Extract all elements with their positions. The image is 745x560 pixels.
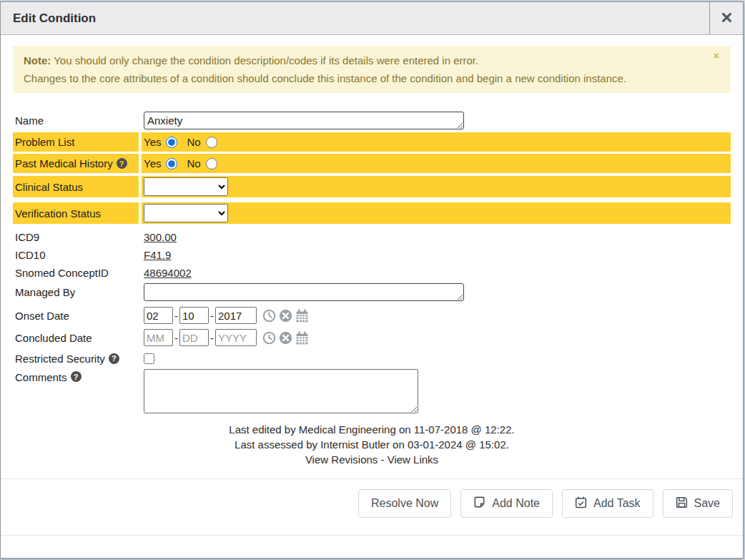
onset-date-row: Onset Date - - bbox=[13, 305, 731, 325]
onset-month-input[interactable] bbox=[144, 307, 173, 324]
icd9-label: ICD9 bbox=[13, 228, 139, 245]
dialog-footer bbox=[1, 536, 743, 558]
concluded-date-label: Concluded Date bbox=[13, 328, 139, 348]
dialog-title: Edit Condition bbox=[1, 2, 709, 34]
pmh-yes-option[interactable]: Yes bbox=[144, 157, 177, 170]
name-row: Name Anxiety bbox=[13, 110, 731, 130]
pmh-no-radio[interactable] bbox=[206, 158, 217, 170]
add-note-button[interactable]: Add Note bbox=[460, 489, 553, 518]
save-button[interactable]: Save bbox=[663, 489, 733, 518]
comments-label: Comments bbox=[15, 371, 67, 383]
clinical-status-row: Clinical Status bbox=[13, 176, 731, 197]
condition-form: Name Anxiety Problem List Yes No bbox=[13, 110, 731, 415]
concluded-year-input[interactable] bbox=[215, 329, 257, 346]
restricted-security-label: Restricted Security bbox=[15, 353, 105, 365]
managed-by-label: Managed By bbox=[13, 282, 139, 302]
onset-day-input[interactable] bbox=[179, 307, 209, 324]
clinical-status-label: Clinical Status bbox=[13, 176, 139, 197]
icd9-link[interactable]: 300.00 bbox=[144, 231, 177, 243]
restricted-security-checkbox[interactable] bbox=[144, 353, 154, 364]
icd9-row: ICD9 300.00 bbox=[13, 228, 731, 245]
comments-row: Comments ? bbox=[13, 369, 731, 415]
snomed-row: Snomed ConceptID 48694002 bbox=[13, 264, 731, 281]
past-medical-history-label: Past Medical History bbox=[15, 157, 113, 170]
managed-by-row: Managed By bbox=[13, 282, 731, 302]
restricted-security-row: Restricted Security ? bbox=[13, 350, 731, 367]
note-banner: Note: You should only change the conditi… bbox=[13, 46, 731, 93]
dialog-body: Note: You should only change the conditi… bbox=[1, 35, 743, 558]
note-close-icon[interactable]: × bbox=[714, 51, 719, 61]
close-button[interactable] bbox=[709, 2, 743, 34]
close-icon bbox=[722, 12, 731, 25]
past-medical-history-help-icon[interactable]: ? bbox=[117, 158, 127, 169]
resolve-now-button[interactable]: Resolve Now bbox=[358, 489, 451, 518]
note-line-2: Changes to the core attributes of a cond… bbox=[24, 69, 720, 87]
button-bar: Resolve Now Add Note Add Task Save bbox=[1, 479, 743, 518]
concluded-calendar-icon[interactable] bbox=[295, 331, 309, 345]
verification-status-select[interactable] bbox=[144, 204, 228, 222]
onset-clock-icon[interactable] bbox=[262, 309, 276, 323]
restricted-security-help-icon[interactable]: ? bbox=[109, 353, 119, 364]
clinical-status-select[interactable] bbox=[144, 177, 228, 196]
concluded-clear-icon[interactable] bbox=[279, 331, 292, 345]
icd10-link[interactable]: F41.9 bbox=[144, 249, 171, 261]
problem-list-no-radio[interactable] bbox=[206, 137, 217, 148]
save-icon bbox=[676, 496, 688, 511]
problem-list-no-option[interactable]: No bbox=[187, 136, 217, 148]
edit-condition-dialog: Edit Condition Note: You should only cha… bbox=[0, 1, 744, 559]
view-links-link[interactable]: View Links bbox=[388, 453, 438, 466]
problem-list-label: Problem List bbox=[13, 132, 139, 152]
onset-clear-icon[interactable] bbox=[279, 309, 292, 323]
view-links-line: View Revisions - View Links bbox=[1, 452, 743, 467]
audit-meta: Last edited by Medical Engineering on 11… bbox=[1, 422, 743, 467]
view-revisions-link[interactable]: View Revisions bbox=[305, 453, 378, 466]
problem-list-row: Problem List Yes No bbox=[13, 132, 731, 152]
onset-date-label: Onset Date bbox=[13, 305, 139, 325]
verification-status-label: Verification Status bbox=[13, 202, 139, 224]
add-task-button[interactable]: Add Task bbox=[562, 489, 653, 518]
comments-textarea[interactable] bbox=[144, 369, 418, 413]
pmh-no-option[interactable]: No bbox=[187, 157, 217, 170]
snomed-label: Snomed ConceptID bbox=[13, 264, 139, 281]
concluded-day-input[interactable] bbox=[179, 329, 209, 346]
last-assessed-text: Last assessed by Internist Butler on 03-… bbox=[1, 437, 743, 452]
last-edited-text: Last edited by Medical Engineering on 11… bbox=[1, 422, 743, 437]
pmh-yes-radio[interactable] bbox=[166, 158, 177, 170]
concluded-month-input[interactable] bbox=[144, 329, 173, 346]
note-icon bbox=[473, 496, 485, 511]
icd10-row: ICD10 F41.9 bbox=[13, 246, 731, 263]
note-line-1: Note: You should only change the conditi… bbox=[24, 51, 720, 69]
problem-list-yes-option[interactable]: Yes bbox=[144, 136, 177, 148]
name-label: Name bbox=[13, 110, 139, 130]
last-assessed-link[interactable]: by Internist Butler on 03-01-2024 @ 15:0… bbox=[303, 438, 506, 451]
onset-calendar-icon[interactable] bbox=[295, 309, 309, 323]
snomed-link[interactable]: 48694002 bbox=[144, 267, 192, 279]
problem-list-yes-radio[interactable] bbox=[166, 137, 177, 148]
concluded-clock-icon[interactable] bbox=[262, 331, 276, 345]
verification-status-row: Verification Status bbox=[13, 202, 731, 224]
dialog-header: Edit Condition bbox=[1, 2, 743, 35]
onset-year-input[interactable] bbox=[215, 307, 257, 324]
calendar-check-icon bbox=[575, 496, 587, 511]
managed-by-field[interactable] bbox=[144, 283, 464, 301]
concluded-date-row: Concluded Date - - bbox=[13, 328, 731, 348]
icd10-label: ICD10 bbox=[13, 246, 139, 263]
comments-help-icon[interactable]: ? bbox=[71, 371, 82, 382]
past-medical-history-row: Past Medical History ? Yes No bbox=[13, 154, 731, 173]
name-field[interactable]: Anxiety bbox=[144, 112, 464, 129]
